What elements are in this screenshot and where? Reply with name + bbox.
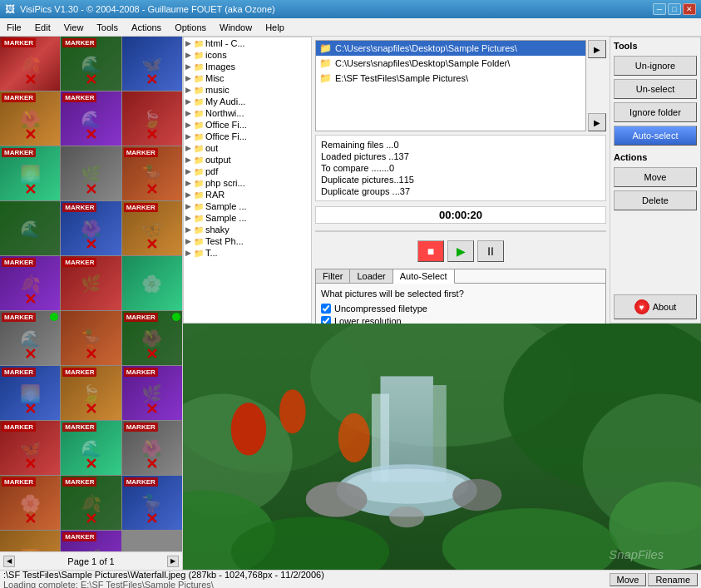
tree-item[interactable]: ▶📁T... — [184, 247, 311, 259]
list-item[interactable]: 🌿 MARKER — [61, 256, 121, 310]
unignore-button[interactable]: Un-ignore — [614, 56, 697, 76]
path-item[interactable]: 📁 E:\SF TestFiles\Sample Pictures\ — [316, 71, 585, 86]
tree-item[interactable]: ▶📁Northwi... — [184, 107, 311, 119]
list-item[interactable]: 🌺 MARKER ✕ — [122, 311, 182, 365]
path-item[interactable]: 📁 C:\Users\snapfiles\Desktop\Sample Fold… — [316, 56, 585, 71]
list-item[interactable]: 🌺 MARKER ✕ — [0, 91, 60, 146]
tree-item[interactable]: ▶📁out — [184, 142, 311, 154]
menu-help[interactable]: Help — [259, 18, 291, 36]
folder-icon: 📁 — [194, 156, 204, 165]
delete-mark: ✕ — [24, 345, 37, 363]
tree-item[interactable]: ▶📁output — [184, 154, 311, 166]
list-item[interactable]: 🍂 MARKER ✕ — [61, 476, 121, 530]
tree-item-label: music — [205, 85, 230, 95]
list-item[interactable]: 🦋 ✕ — [122, 37, 182, 91]
delete-mark: ✕ — [146, 126, 158, 144]
list-item[interactable]: 🦋 MARKER ✕ — [0, 421, 60, 475]
unselect-button[interactable]: Un-select — [614, 79, 697, 99]
tree-item[interactable]: ▶📁Misc — [184, 72, 311, 84]
prev-page-button[interactable]: ◀ — [3, 556, 15, 567]
list-item[interactable]: 🦋 MARKER ✕ — [122, 201, 182, 255]
tree-item-label: Sample ... — [205, 213, 247, 223]
menu-options[interactable]: Options — [168, 18, 213, 36]
list-item[interactable]: 🌸 MARKER ✕ — [0, 476, 60, 530]
delete-mark: ✕ — [24, 400, 37, 418]
tree-item-label: Test Ph... — [205, 236, 244, 246]
menu-tools[interactable]: Tools — [90, 18, 125, 36]
pause-button[interactable]: ⏸ — [477, 240, 504, 262]
stop-button[interactable]: ■ — [417, 240, 444, 262]
status-loading: Loading complete: E:\SF TestFiles\Sample… — [3, 580, 610, 589]
auto-select-button[interactable]: Auto-select — [614, 126, 697, 146]
tree-item[interactable]: ▶📁music — [184, 84, 311, 96]
maximize-button[interactable]: □ — [668, 3, 681, 15]
close-button[interactable]: ✕ — [683, 3, 696, 15]
tree-item[interactable]: ▶📁My Audi... — [184, 96, 311, 107]
tree-item[interactable]: ▶📁icons — [184, 49, 311, 61]
status-rename-button[interactable]: Rename — [648, 573, 698, 586]
list-item[interactable]: 🌊 MARKER ✕ — [61, 91, 121, 146]
tree-item[interactable]: ▶📁Images — [184, 61, 311, 72]
status-actions: Move Rename — [610, 573, 698, 586]
list-item[interactable]: 🦆 MARKER ✕ — [122, 476, 182, 530]
tree-item[interactable]: ▶📁shaky — [184, 224, 311, 235]
path-remove-button[interactable]: ▶ — [588, 113, 606, 131]
tree-expand-icon: ▶ — [185, 202, 194, 210]
tree-item[interactable]: ▶📁Office Fi... — [184, 131, 311, 142]
menu-window[interactable]: Window — [213, 18, 259, 36]
list-item[interactable]: 🌿 MARKER ✕ — [122, 366, 182, 420]
minimize-button[interactable]: ─ — [653, 3, 666, 15]
marker-label: MARKER — [2, 148, 36, 157]
menu-view[interactable]: View — [57, 18, 91, 36]
tree-expand-icon: ▶ — [185, 132, 194, 141]
list-item[interactable]: 🦆 MARKER ✕ — [122, 146, 182, 200]
filter-checkbox-uncompressed[interactable] — [321, 304, 331, 314]
list-item[interactable]: 🌊 — [0, 201, 60, 255]
menu-edit[interactable]: Edit — [28, 18, 57, 36]
list-item[interactable]: 🌿 MARKER ✕ — [61, 531, 121, 551]
tree-item[interactable]: ▶📁html - C... — [184, 37, 311, 49]
marker-label: MARKER — [124, 148, 158, 157]
list-item[interactable]: 🍃 MARKER ✕ — [61, 366, 121, 420]
status-move-button[interactable]: Move — [610, 573, 647, 586]
path-add-button[interactable]: ▶ — [588, 40, 606, 58]
list-item[interactable]: 🌊 MARKER ✕ — [61, 37, 121, 91]
tab-loader[interactable]: Loader — [350, 269, 392, 283]
list-item[interactable]: 🌺 MARKER ✕ — [61, 201, 121, 255]
move-button[interactable]: Move — [614, 167, 697, 187]
tree-item-label: Office Fi... — [205, 120, 247, 130]
list-item[interactable]: 🌺 MARKER ✕ — [122, 421, 182, 475]
list-item[interactable]: 🍃 ✕ — [122, 91, 182, 146]
delete-button[interactable]: Delete — [614, 190, 697, 210]
tree-item-label: output — [205, 155, 231, 165]
tree-item[interactable]: ▶📁Sample ... — [184, 200, 311, 212]
list-item[interactable]: 🌅 MARKER ✕ — [0, 146, 60, 200]
tree-item[interactable]: ▶📁pdf — [184, 166, 311, 177]
tree-item[interactable]: ▶📁php scri... — [184, 177, 311, 189]
list-item[interactable]: 🍂 MARKER ✕ — [0, 256, 60, 310]
list-item[interactable]: 🌅 MARKER ✕ — [0, 366, 60, 420]
list-item[interactable]: 🌿 ✕ — [61, 146, 121, 200]
list-item[interactable]: 🌊 MARKER ✕ — [0, 311, 60, 365]
tab-auto-select[interactable]: Auto-Select — [393, 269, 455, 284]
play-button[interactable]: ▶ — [447, 240, 474, 262]
ignore-folder-button[interactable]: Ignore folder — [614, 102, 697, 122]
tree-expand-icon: ▶ — [185, 74, 194, 82]
menu-file[interactable]: File — [0, 18, 28, 36]
stat-loaded: Loaded pictures ..137 — [321, 151, 600, 162]
tree-item[interactable]: ▶📁Test Ph... — [184, 235, 311, 247]
list-item[interactable]: 🌊 MARKER ✕ — [61, 421, 121, 475]
about-button[interactable]: ♥ About — [614, 294, 697, 319]
path-item[interactable]: 📁 C:\Users\snapfiles\Desktop\Sample Pict… — [316, 41, 585, 56]
list-item[interactable]: 🌸 — [122, 256, 182, 310]
tree-item[interactable]: ▶📁RAR — [184, 189, 311, 200]
next-page-button[interactable]: ▶ — [167, 556, 179, 567]
list-item[interactable]: 🦆 ✕ — [61, 311, 121, 365]
list-item[interactable]: 🍂 MARKER ✕ — [0, 37, 60, 91]
tab-filter[interactable]: Filter — [316, 269, 350, 283]
tree-item[interactable]: ▶📁Office Fi... — [184, 119, 311, 131]
tree-item[interactable]: ▶📁Sample ... — [184, 212, 311, 224]
tree-expand-icon: ▶ — [185, 51, 194, 59]
list-item[interactable]: 🌅 ✕ — [0, 531, 60, 551]
menu-actions[interactable]: Actions — [125, 18, 168, 36]
